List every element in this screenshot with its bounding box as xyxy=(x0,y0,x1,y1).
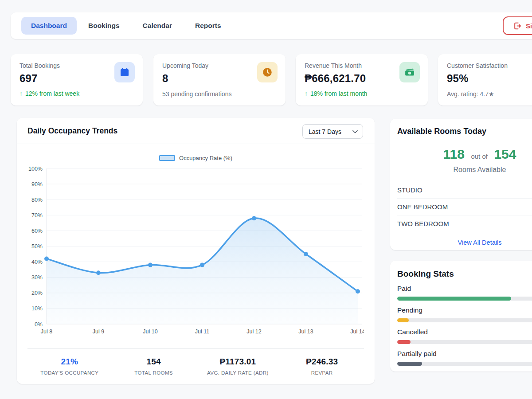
svg-text:0%: 0% xyxy=(35,321,43,328)
clock-icon-chip xyxy=(257,62,278,82)
tab-dashboard[interactable]: Dashboard xyxy=(21,17,77,35)
date-range-select[interactable]: Last 7 Days xyxy=(302,124,363,139)
chart-title: Daily Occupancy Trends xyxy=(27,126,117,136)
tab-calendar[interactable]: Calendar xyxy=(131,17,184,35)
occupancy-trends-panel: Daily Occupancy Trends Last 7 Days Occup… xyxy=(17,118,375,384)
chart-legend: Occupancy Rate (%) xyxy=(17,155,375,161)
booking-stat-item-cancelled: Cancelled xyxy=(397,328,532,344)
room-type-label: TWO BEDROOM xyxy=(397,220,449,227)
svg-text:Jul 9: Jul 9 xyxy=(93,329,104,335)
view-all-details-link[interactable]: View All Details xyxy=(397,239,532,246)
booking-stats-panel: Booking Stats Paid Pending Cancelled Par… xyxy=(390,261,532,372)
svg-text:10%: 10% xyxy=(31,305,43,312)
booking-stat-item-partially-paid: Partially paid xyxy=(397,350,532,366)
booking-stat-fill xyxy=(397,297,511,301)
svg-text:Jul 12: Jul 12 xyxy=(246,329,261,335)
footer-stat-label: REVPAR xyxy=(280,370,364,376)
rooms-of-label: out of xyxy=(471,153,488,160)
legend-label: Occupancy Rate (%) xyxy=(179,155,232,161)
room-type-label: STUDIO xyxy=(397,186,422,194)
svg-text:Jul 8: Jul 8 xyxy=(41,329,52,335)
booking-stat-item-pending: Pending xyxy=(397,306,532,322)
svg-text:60%: 60% xyxy=(31,228,43,234)
svg-text:70%: 70% xyxy=(31,212,43,219)
stat-card-revenue: Revenue This Month ₱666,621.70 ↑ 18% fro… xyxy=(296,54,428,106)
top-nav: Dashboard Bookings Calendar Reports Sign… xyxy=(11,12,532,39)
svg-text:Jul 14: Jul 14 xyxy=(350,329,364,335)
booking-stats-title: Booking Stats xyxy=(397,269,532,279)
tab-reports[interactable]: Reports xyxy=(184,17,233,35)
room-type-label: ONE BEDROOM xyxy=(397,203,448,211)
booking-stat-label: Cancelled xyxy=(397,328,532,336)
footer-stat-label: AVG. DAILY RATE (ADR) xyxy=(196,370,280,376)
svg-text:30%: 30% xyxy=(31,274,43,281)
banknote-icon xyxy=(404,66,415,78)
rooms-available-subtitle: Rooms Available xyxy=(397,166,532,174)
occupancy-line-chart[interactable]: 0%10%20%30%40%50%60%70%80%90%100%Jul 8Ju… xyxy=(27,165,364,336)
footer-stat-value: ₱1173.01 xyxy=(196,357,280,367)
svg-text:Jul 11: Jul 11 xyxy=(195,329,209,335)
sign-out-label: Sign Out xyxy=(526,22,532,30)
rooms-available-number: 118 xyxy=(443,147,465,161)
booking-stat-track xyxy=(397,340,532,344)
svg-text:80%: 80% xyxy=(31,197,43,203)
svg-text:40%: 40% xyxy=(31,259,43,265)
stat-card-total-bookings: Total Bookings 697 ↑ 12% from last week xyxy=(11,54,143,106)
available-rooms-title: Available Rooms Today xyxy=(397,127,532,136)
stat-card-satisfaction: Customer Satisfaction 95% Avg. rating: 4… xyxy=(438,54,532,106)
booking-stat-label: Partially paid xyxy=(397,350,532,358)
booking-stat-track xyxy=(397,297,532,301)
logout-icon xyxy=(513,22,522,30)
tab-bookings[interactable]: Bookings xyxy=(77,17,131,35)
legend-swatch xyxy=(159,155,175,161)
banknote-icon-chip xyxy=(399,62,420,82)
booking-stat-fill xyxy=(397,318,409,322)
stat-card-upcoming-today: Upcoming Today 8 53 pending confirmation… xyxy=(153,54,286,106)
booking-stat-fill xyxy=(397,340,411,344)
sign-out-button[interactable]: Sign Out xyxy=(503,16,532,35)
svg-text:Jul 10: Jul 10 xyxy=(143,329,157,335)
svg-text:Jul 13: Jul 13 xyxy=(298,329,313,335)
footer-stat-label: TOTAL ROOMS xyxy=(112,370,196,376)
footer-stat-occupancy: 21% TODAY'S OCCUPANCY xyxy=(27,357,112,376)
stat-delta-text: 18% from last month xyxy=(310,90,367,97)
dashboard-page: Dashboard Bookings Calendar Reports Sign… xyxy=(0,0,532,399)
stat-title: Customer Satisfaction xyxy=(447,62,532,69)
footer-stat-value: ₱246.33 xyxy=(280,357,364,367)
booking-stat-label: Paid xyxy=(397,285,532,293)
booking-stat-fill xyxy=(397,362,422,366)
date-range-value: Last 7 Days xyxy=(309,128,341,135)
stat-subtitle: 53 pending confirmations xyxy=(162,90,277,98)
room-type-row-one-bedroom: ONE BEDROOM xyxy=(397,199,532,215)
footer-stat-value: 21% xyxy=(27,357,112,367)
chart-footer-stats: 21% TODAY'S OCCUPANCY 154 TOTAL ROOMS ₱1… xyxy=(27,348,364,376)
svg-text:90%: 90% xyxy=(31,181,43,188)
stat-delta-text: 12% from last week xyxy=(25,90,79,97)
up-arrow-icon: ↑ xyxy=(20,90,23,97)
stat-value: 95% xyxy=(447,72,532,85)
clock-icon xyxy=(262,66,273,78)
booking-stat-label: Pending xyxy=(397,306,532,314)
booking-stat-item-paid: Paid xyxy=(397,285,532,301)
up-arrow-icon: ↑ xyxy=(305,90,308,97)
stat-delta: ↑ 18% from last month xyxy=(305,90,419,97)
booking-stat-track xyxy=(397,362,532,366)
rooms-total-number: 154 xyxy=(494,147,516,161)
calendar-icon xyxy=(119,67,130,78)
room-type-row-two-bedroom: TWO BEDROOM xyxy=(397,215,532,232)
available-rooms-panel: Available Rooms Today 118 out of 154 Roo… xyxy=(390,119,532,250)
footer-stat-label: TODAY'S OCCUPANCY xyxy=(27,370,112,376)
footer-stat-total-rooms: 154 TOTAL ROOMS xyxy=(112,357,196,376)
footer-stat-revpar: ₱246.33 REVPAR xyxy=(280,357,364,376)
booking-stat-track xyxy=(397,318,532,322)
svg-text:100%: 100% xyxy=(28,166,43,172)
footer-stat-adr: ₱1173.01 AVG. DAILY RATE (ADR) xyxy=(196,357,280,376)
room-type-list: STUDIO ONE BEDROOM TWO BEDROOM xyxy=(397,182,532,232)
stat-subtitle: Avg. rating: 4.7★ xyxy=(447,90,532,98)
chevron-down-icon xyxy=(352,130,358,133)
available-rooms-count: 118 out of 154 xyxy=(397,147,532,162)
svg-text:50%: 50% xyxy=(31,243,43,250)
room-type-row-studio: STUDIO xyxy=(397,182,532,199)
calendar-icon-chip xyxy=(114,62,135,82)
stat-delta: ↑ 12% from last week xyxy=(20,90,134,97)
